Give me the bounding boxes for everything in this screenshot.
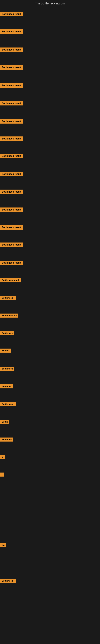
- bottleneck-item[interactable]: Bottleneck r: [0, 296, 16, 300]
- bottleneck-badge[interactable]: Bottleneck: [0, 367, 14, 371]
- bottleneck-badge[interactable]: Bottleneck result: [0, 119, 23, 124]
- site-title: TheBottlenecker.com: [0, 0, 100, 6]
- bottleneck-badge[interactable]: Bottleneck result: [0, 30, 23, 34]
- bottleneck-badge[interactable]: Bottleneck result: [0, 260, 23, 265]
- bottleneck-badge[interactable]: B: [0, 455, 5, 459]
- bottleneck-badge[interactable]: Bottleneck result: [0, 101, 23, 106]
- bottleneck-badge[interactable]: Bottleneck result: [0, 83, 23, 88]
- bottleneck-item[interactable]: Bottlenec: [0, 438, 13, 442]
- bottleneck-badge[interactable]: Bottleneck result: [0, 278, 21, 282]
- bottleneck-item[interactable]: Bottleneck result: [0, 242, 23, 247]
- bottleneck-badge[interactable]: Bottleneck result: [0, 136, 23, 141]
- bottleneck-badge[interactable]: Bottleneck result: [0, 154, 23, 158]
- bottleneck-item[interactable]: Bottle: [0, 420, 9, 424]
- bottleneck-badge[interactable]: Bottleneck result: [0, 208, 23, 212]
- bottleneck-badge[interactable]: Bottlen: [0, 348, 11, 352]
- bottleneck-badge[interactable]: Bottleneck result: [0, 48, 23, 52]
- bottleneck-badge[interactable]: Bottleneck r: [0, 296, 16, 300]
- bottleneck-badge[interactable]: Bottlenec: [0, 384, 13, 388]
- bottleneck-item[interactable]: Bottleneck result: [0, 154, 23, 158]
- bottleneck-item[interactable]: Bottleneck result: [0, 172, 23, 176]
- bottleneck-item[interactable]: Bottlenec: [0, 384, 13, 388]
- bottleneck-item[interactable]: Bo: [0, 544, 6, 548]
- bottleneck-badge[interactable]: Bottleneck result: [0, 65, 23, 70]
- bottleneck-item[interactable]: Bottleneck result: [0, 30, 23, 34]
- bottleneck-badge[interactable]: |: [0, 472, 4, 476]
- bottleneck-item[interactable]: Bottleneck: [0, 367, 14, 371]
- bottleneck-item[interactable]: Bottleneck result: [0, 48, 23, 52]
- bottleneck-item[interactable]: Bottleneck result: [0, 190, 23, 194]
- bottleneck-item[interactable]: Bottleneck result: [0, 225, 23, 230]
- bottleneck-item[interactable]: Bottleneck result: [0, 12, 23, 16]
- bottleneck-item[interactable]: Bottleneck: [0, 331, 14, 335]
- bottleneck-item[interactable]: Bottleneck result: [0, 101, 23, 106]
- bottleneck-item[interactable]: Bottleneck r: [0, 402, 16, 406]
- bottleneck-item[interactable]: Bottleneck result: [0, 260, 23, 265]
- bottleneck-badge[interactable]: Bottleneck r: [0, 579, 16, 583]
- bottleneck-badge[interactable]: Bottlenec: [0, 438, 13, 442]
- bottleneck-badge[interactable]: Bottleneck result: [0, 190, 23, 194]
- bottleneck-item[interactable]: Bottleneck result: [0, 83, 23, 88]
- bottleneck-badge[interactable]: Bo: [0, 544, 6, 548]
- bottleneck-item[interactable]: Bottleneck res: [0, 314, 18, 318]
- bottleneck-badge[interactable]: Bottleneck result: [0, 12, 23, 16]
- bottleneck-badge[interactable]: Bottleneck result: [0, 225, 23, 230]
- bottleneck-item[interactable]: B: [0, 455, 5, 459]
- bottleneck-item[interactable]: Bottleneck result: [0, 119, 23, 124]
- bottleneck-badge[interactable]: Bottleneck result: [0, 242, 23, 247]
- bottleneck-item[interactable]: Bottleneck result: [0, 278, 21, 282]
- bottleneck-item[interactable]: Bottlen: [0, 348, 11, 352]
- bottleneck-item[interactable]: Bottleneck result: [0, 65, 23, 70]
- bottleneck-badge[interactable]: Bottleneck res: [0, 314, 18, 318]
- bottleneck-badge[interactable]: Bottleneck r: [0, 402, 16, 406]
- bottleneck-badge[interactable]: Bottleneck result: [0, 172, 23, 176]
- bottleneck-item[interactable]: Bottleneck r: [0, 579, 16, 583]
- bottleneck-badge[interactable]: Bottle: [0, 420, 9, 424]
- bottleneck-item[interactable]: Bottleneck result: [0, 136, 23, 141]
- bottleneck-item[interactable]: |: [0, 472, 4, 476]
- bottleneck-badge[interactable]: Bottleneck: [0, 331, 14, 335]
- bottleneck-item[interactable]: Bottleneck result: [0, 208, 23, 212]
